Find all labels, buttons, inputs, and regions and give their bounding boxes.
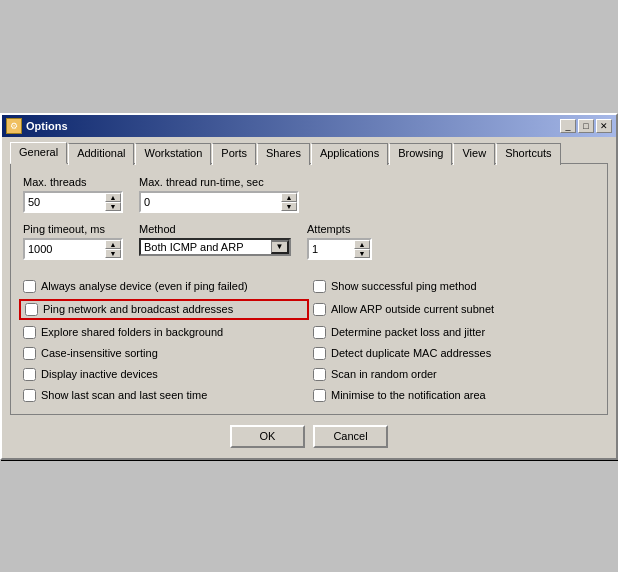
ping-timeout-up[interactable]: ▲	[105, 240, 121, 249]
row-ping: Ping timeout, ms ▲ ▼ Method ▼ Attempts	[23, 223, 595, 260]
attempts-spinner: ▲ ▼	[307, 238, 372, 260]
tab-general[interactable]: General	[10, 142, 67, 164]
max-threads-down[interactable]: ▼	[105, 202, 121, 211]
method-combo: ▼	[139, 238, 291, 256]
checkbox-always-analyse: Always analyse device (even if ping fail…	[23, 280, 305, 293]
case-insensitive-checkbox[interactable]	[23, 347, 36, 360]
checkboxes-grid: Always analyse device (even if ping fail…	[23, 280, 595, 402]
always-analyse-checkbox[interactable]	[23, 280, 36, 293]
attempts-input[interactable]	[309, 240, 354, 258]
max-threads-label: Max. threads	[23, 176, 123, 188]
ok-button[interactable]: OK	[230, 425, 305, 448]
tab-content: Max. threads ▲ ▼ Max. thread run-time, s…	[10, 163, 608, 415]
minimize-button[interactable]: _	[560, 119, 576, 133]
max-thread-runtime-spinner-btns: ▲ ▼	[281, 193, 297, 211]
scan-random-label: Scan in random order	[331, 368, 437, 380]
show-successful-ping-checkbox[interactable]	[313, 280, 326, 293]
options-dialog: ⚙ Options _ □ ✕ General Additional Works…	[0, 113, 618, 460]
show-last-scan-label: Show last scan and last seen time	[41, 389, 207, 401]
ping-network-checkbox[interactable]	[25, 303, 38, 316]
attempts-spinner-btns: ▲ ▼	[354, 240, 370, 258]
max-thread-runtime-input[interactable]	[141, 193, 281, 211]
minimise-notification-label: Minimise to the notification area	[331, 389, 486, 401]
ping-timeout-spinner-btns: ▲ ▼	[105, 240, 121, 258]
tab-ports[interactable]: Ports	[212, 143, 256, 165]
bottom-bar: OK Cancel	[2, 415, 616, 458]
tab-workstation[interactable]: Workstation	[135, 143, 211, 165]
max-threads-spinner: ▲ ▼	[23, 191, 123, 213]
display-inactive-label: Display inactive devices	[41, 368, 158, 380]
display-inactive-checkbox[interactable]	[23, 368, 36, 381]
ping-timeout-group: Ping timeout, ms ▲ ▼	[23, 223, 123, 260]
explore-shared-label: Explore shared folders in background	[41, 326, 223, 338]
maximize-button[interactable]: □	[578, 119, 594, 133]
checkbox-case-insensitive: Case-insensitive sorting	[23, 347, 305, 360]
determine-packet-checkbox[interactable]	[313, 326, 326, 339]
max-thread-runtime-group: Max. thread run-time, sec ▲ ▼	[139, 176, 299, 213]
show-successful-ping-label: Show successful ping method	[331, 280, 477, 292]
tab-applications[interactable]: Applications	[311, 143, 388, 165]
max-threads-input[interactable]	[25, 193, 105, 211]
max-thread-runtime-up[interactable]: ▲	[281, 193, 297, 202]
tab-shares[interactable]: Shares	[257, 143, 310, 165]
attempts-label: Attempts	[307, 223, 372, 235]
minimise-notification-checkbox[interactable]	[313, 389, 326, 402]
checkbox-ping-network: Ping network and broadcast addresses	[19, 299, 309, 320]
close-button[interactable]: ✕	[596, 119, 612, 133]
detect-duplicate-label: Detect duplicate MAC addresses	[331, 347, 491, 359]
ping-timeout-input[interactable]	[25, 240, 105, 258]
attempts-group: Attempts ▲ ▼	[307, 223, 372, 260]
checkbox-allow-arp: Allow ARP outside current subnet	[313, 301, 595, 318]
checkbox-determine-packet: Determine packet loss and jitter	[313, 326, 595, 339]
title-buttons: _ □ ✕	[560, 119, 612, 133]
title-bar-left: ⚙ Options	[6, 118, 68, 134]
max-thread-runtime-down[interactable]: ▼	[281, 202, 297, 211]
checkbox-show-successful-ping: Show successful ping method	[313, 280, 595, 293]
attempts-up[interactable]: ▲	[354, 240, 370, 249]
checkbox-detect-duplicate: Detect duplicate MAC addresses	[313, 347, 595, 360]
max-threads-spinner-btns: ▲ ▼	[105, 193, 121, 211]
checkbox-scan-random: Scan in random order	[313, 368, 595, 381]
determine-packet-label: Determine packet loss and jitter	[331, 326, 485, 338]
checkbox-show-last-scan: Show last scan and last seen time	[23, 389, 305, 402]
ping-network-label: Ping network and broadcast addresses	[43, 303, 233, 315]
case-insensitive-label: Case-insensitive sorting	[41, 347, 158, 359]
tab-shortcuts[interactable]: Shortcuts	[496, 143, 560, 165]
always-analyse-label: Always analyse device (even if ping fail…	[41, 280, 248, 292]
tab-view[interactable]: View	[453, 143, 495, 165]
title-bar: ⚙ Options _ □ ✕	[2, 115, 616, 137]
app-icon: ⚙	[6, 118, 22, 134]
attempts-down[interactable]: ▼	[354, 249, 370, 258]
allow-arp-label: Allow ARP outside current subnet	[331, 303, 494, 315]
tab-browsing[interactable]: Browsing	[389, 143, 452, 165]
max-threads-group: Max. threads ▲ ▼	[23, 176, 123, 213]
checkbox-explore-shared: Explore shared folders in background	[23, 326, 305, 339]
max-thread-runtime-label: Max. thread run-time, sec	[139, 176, 299, 188]
ping-timeout-down[interactable]: ▼	[105, 249, 121, 258]
checkbox-minimise-notification: Minimise to the notification area	[313, 389, 595, 402]
ping-timeout-spinner: ▲ ▼	[23, 238, 123, 260]
scan-random-checkbox[interactable]	[313, 368, 326, 381]
method-dropdown-btn[interactable]: ▼	[271, 240, 289, 254]
show-last-scan-checkbox[interactable]	[23, 389, 36, 402]
method-input[interactable]	[141, 240, 271, 254]
explore-shared-checkbox[interactable]	[23, 326, 36, 339]
ping-timeout-label: Ping timeout, ms	[23, 223, 123, 235]
allow-arp-checkbox[interactable]	[313, 303, 326, 316]
method-group: Method ▼	[139, 223, 291, 260]
method-label: Method	[139, 223, 291, 235]
tab-additional[interactable]: Additional	[68, 143, 134, 165]
cancel-button[interactable]: Cancel	[313, 425, 388, 448]
row-threads: Max. threads ▲ ▼ Max. thread run-time, s…	[23, 176, 595, 213]
max-thread-runtime-spinner: ▲ ▼	[139, 191, 299, 213]
checkbox-display-inactive: Display inactive devices	[23, 368, 305, 381]
window-title: Options	[26, 120, 68, 132]
detect-duplicate-checkbox[interactable]	[313, 347, 326, 360]
tab-bar: General Additional Workstation Ports Sha…	[2, 137, 616, 163]
max-threads-up[interactable]: ▲	[105, 193, 121, 202]
